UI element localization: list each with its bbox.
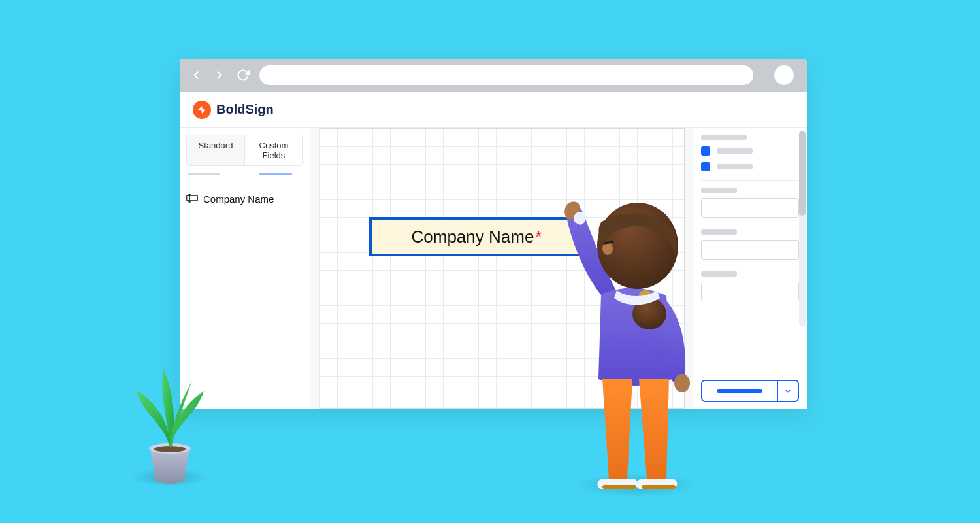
primary-action-main[interactable]	[702, 381, 777, 401]
underline-standard	[188, 173, 220, 175]
fields-tabs: Standard Custom Fields	[186, 135, 303, 166]
action-label-placeholder	[717, 389, 762, 393]
forward-button[interactable]	[212, 68, 227, 82]
svg-point-6	[674, 374, 690, 392]
brand-name: BoldSign	[216, 102, 274, 117]
svg-point-10	[602, 242, 613, 255]
checkbox-icon[interactable]	[701, 146, 710, 156]
placed-field-company-name[interactable]: Company Name*	[369, 217, 585, 256]
brand-logo: BoldSign	[193, 101, 274, 119]
placed-field-label: Company Name	[412, 227, 534, 247]
profile-avatar[interactable]	[774, 65, 794, 85]
app-header: BoldSign	[180, 92, 807, 128]
tab-standard[interactable]: Standard	[187, 135, 244, 165]
plant-illustration	[124, 344, 216, 488]
property-input-1[interactable]	[701, 198, 799, 218]
property-input-3[interactable]	[701, 282, 799, 301]
option-label-placeholder	[717, 148, 753, 154]
section-title-placeholder	[701, 135, 747, 140]
tab-custom-fields[interactable]: Custom Fields	[245, 135, 302, 165]
primary-action-split-button[interactable]	[701, 380, 799, 402]
input-label-placeholder	[701, 188, 737, 193]
back-button[interactable]	[189, 68, 203, 82]
properties-panel	[693, 128, 807, 409]
url-bar[interactable]	[259, 65, 753, 85]
option-label-placeholder	[717, 164, 753, 169]
svg-rect-7	[602, 485, 636, 489]
person-illustration	[562, 183, 706, 497]
app-body: Standard Custom Fields Company Name Comp…	[180, 128, 807, 409]
input-label-placeholder	[701, 229, 737, 235]
option-row-2[interactable]	[701, 162, 799, 171]
underline-custom	[259, 173, 292, 175]
property-input-2[interactable]	[701, 240, 799, 260]
reload-button[interactable]	[236, 68, 250, 82]
divider	[700, 180, 800, 181]
textbox-field-icon	[186, 194, 198, 205]
custom-field-company-name[interactable]: Company Name	[186, 192, 303, 206]
field-label: Company Name	[203, 194, 274, 205]
tab-underline	[186, 173, 303, 175]
required-mark: *	[535, 227, 542, 247]
option-row-1[interactable]	[701, 146, 799, 156]
browser-titlebar	[180, 59, 807, 92]
browser-window: BoldSign Standard Custom Fields Company …	[180, 59, 807, 409]
svg-rect-8	[642, 485, 676, 489]
brand-logo-icon	[193, 101, 211, 119]
scrollbar-thumb[interactable]	[799, 131, 806, 216]
checkbox-icon[interactable]	[701, 162, 710, 171]
svg-rect-0	[187, 195, 198, 201]
primary-action-dropdown[interactable]	[777, 381, 798, 401]
input-label-placeholder	[701, 271, 737, 277]
